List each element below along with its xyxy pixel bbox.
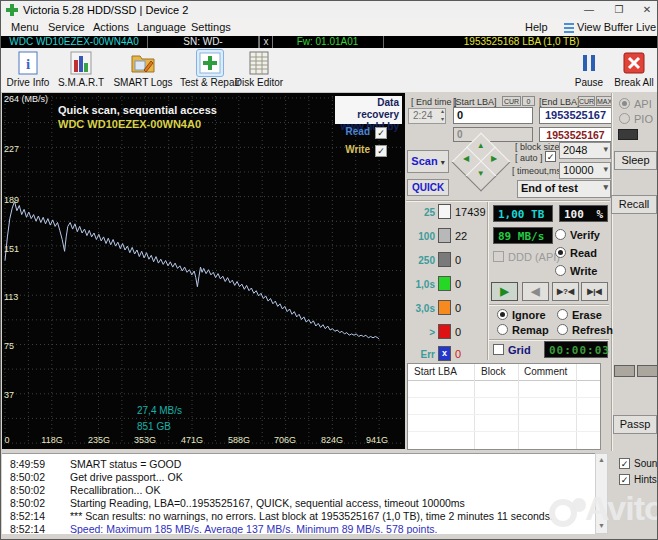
scroll-down-icon[interactable]: ▼ bbox=[598, 522, 606, 529]
seek-error-button[interactable]: ▶?◀ bbox=[552, 282, 579, 301]
spin-up-icon[interactable]: ▴ bbox=[441, 107, 444, 114]
block-size-dropdown[interactable]: 2048 ▾ bbox=[559, 142, 611, 159]
end-time-value: 2:24 bbox=[413, 110, 432, 121]
menu-item-language[interactable]: Language bbox=[137, 21, 186, 33]
end-action-dropdown[interactable]: End of test ▾ bbox=[517, 180, 611, 198]
remap-radio[interactable] bbox=[497, 324, 508, 335]
end-action-value: End of test bbox=[521, 182, 578, 194]
menu-item-view-buffer-live[interactable]: View Buffer Live bbox=[577, 21, 656, 33]
start-lba-label: [Start LBA] bbox=[453, 97, 497, 107]
sound-checkbox[interactable]: ✓ bbox=[619, 458, 630, 469]
counter-block-gt bbox=[438, 324, 451, 339]
table-header-comment[interactable]: Comment bbox=[524, 366, 567, 377]
break-all-button[interactable]: Break All bbox=[611, 50, 657, 90]
maximize-button[interactable]: ❐ bbox=[607, 2, 631, 18]
y-axis-label: 151 bbox=[4, 244, 19, 254]
minimize-button[interactable]: — bbox=[577, 2, 601, 18]
end-time-spinner[interactable]: 2:24 ▴ ▾ bbox=[408, 108, 446, 124]
x-axis-label: 353G bbox=[128, 435, 162, 445]
drive-info-button[interactable]: i Drive Info bbox=[5, 50, 51, 90]
chevron-down-icon: ▾ bbox=[603, 144, 608, 154]
mini-button-right[interactable] bbox=[637, 365, 658, 377]
break-all-icon bbox=[621, 50, 647, 76]
menu-item-settings[interactable]: Settings bbox=[191, 21, 231, 33]
chevron-down-icon: ▾ bbox=[603, 182, 608, 192]
panel-divider bbox=[611, 93, 612, 451]
quick-button[interactable]: QUICK bbox=[407, 179, 449, 196]
scroll-up-icon[interactable]: ▲ bbox=[598, 456, 606, 463]
close-button[interactable]: ✕ bbox=[635, 2, 658, 18]
menu-item-menu[interactable]: Menu bbox=[11, 21, 39, 33]
table-header-start-lba[interactable]: Start LBA bbox=[414, 366, 457, 377]
read-checkbox[interactable]: ✓ bbox=[375, 127, 387, 139]
menu-item-help[interactable]: Help bbox=[525, 21, 548, 33]
y-axis-label: 189 bbox=[4, 195, 19, 205]
badge-line1: Data recovery bbox=[335, 97, 399, 121]
start-scan-button[interactable]: ▶ bbox=[491, 282, 518, 301]
pause-button[interactable]: Pause bbox=[569, 50, 609, 90]
erase-radio[interactable] bbox=[557, 309, 568, 320]
hints-checkbox[interactable]: ✓ bbox=[619, 474, 630, 485]
y-axis-label: 37 bbox=[4, 390, 14, 400]
end-lba-cur-button[interactable]: CUR bbox=[578, 96, 595, 106]
x-axis-label: 588G bbox=[222, 435, 256, 445]
seek-end-button[interactable]: ▶|◀ bbox=[581, 282, 608, 301]
scan-button[interactable]: Scan ▾ bbox=[407, 150, 449, 173]
start-lba-zero-button[interactable]: 0 bbox=[522, 96, 535, 106]
smart-chart-icon bbox=[68, 50, 94, 76]
recall-button[interactable]: Recall bbox=[611, 195, 657, 214]
smart-label: S.M.A.R.T bbox=[53, 77, 109, 88]
ddd-checkbox[interactable] bbox=[493, 251, 504, 262]
log-time: 8:52:14 bbox=[10, 510, 45, 522]
x-axis-label: 706G bbox=[268, 435, 302, 445]
grid-checkbox[interactable] bbox=[493, 344, 504, 355]
erase-label: Erase bbox=[572, 309, 602, 321]
read-radio[interactable] bbox=[555, 247, 566, 258]
end-lba-max-button[interactable]: MAX bbox=[596, 96, 612, 106]
smart-button[interactable]: S.M.A.R.T bbox=[53, 50, 109, 90]
sleep-button[interactable]: Sleep bbox=[614, 151, 657, 170]
mini-button-left[interactable] bbox=[614, 365, 635, 377]
write-checkbox[interactable]: ✓ bbox=[375, 145, 387, 157]
log-time: 8:50:02 bbox=[10, 484, 45, 496]
status-led bbox=[618, 129, 638, 140]
y-axis-label: 113 bbox=[4, 292, 18, 302]
remap-label: Remap bbox=[512, 324, 549, 336]
table-header-divider bbox=[408, 380, 600, 381]
elapsed-timer-lcd: 00:00:03 bbox=[544, 341, 608, 358]
menu-item-service[interactable]: Service bbox=[48, 21, 85, 33]
refresh-radio[interactable] bbox=[557, 324, 568, 335]
spin-down-icon[interactable]: ▾ bbox=[441, 115, 444, 122]
log-time: 8:50:02 bbox=[10, 497, 45, 509]
passport-button[interactable]: Passp bbox=[613, 415, 657, 434]
log-row: Get drive passport... OK bbox=[70, 471, 183, 483]
counter-label-1s: 1,0s bbox=[405, 279, 435, 290]
write-radio[interactable] bbox=[555, 265, 566, 276]
smart-logs-button[interactable]: SMART Logs bbox=[111, 50, 175, 90]
smart-logs-folder-icon bbox=[130, 50, 156, 76]
disk-editor-button[interactable]: Disk Editor bbox=[229, 50, 289, 90]
bottom-strip bbox=[1, 534, 658, 540]
auto-label: [ auto ] bbox=[515, 153, 543, 163]
table-column-divider bbox=[474, 364, 475, 449]
verify-radio[interactable] bbox=[555, 229, 566, 240]
api-radio[interactable] bbox=[619, 98, 630, 109]
log-scrollbar[interactable]: ▲ ▼ bbox=[595, 453, 608, 534]
counter-block-25 bbox=[438, 204, 451, 219]
timeout-label: [ timeout,ms ] bbox=[512, 166, 566, 176]
table-row-line bbox=[408, 414, 600, 415]
pio-radio[interactable] bbox=[619, 113, 630, 124]
device-tab-close[interactable]: x bbox=[259, 36, 273, 48]
start-lba-input[interactable]: 0 bbox=[453, 107, 533, 124]
section-divider bbox=[406, 200, 610, 201]
end-lba-input[interactable]: 1953525167 bbox=[539, 107, 612, 124]
step-back-button[interactable]: ◀ bbox=[522, 282, 549, 301]
menu-item-actions[interactable]: Actions bbox=[93, 21, 129, 33]
ignore-radio[interactable] bbox=[497, 309, 508, 320]
start-lba-cur-button[interactable]: CUR bbox=[502, 96, 521, 106]
table-header-block[interactable]: Block bbox=[481, 366, 505, 377]
timeout-dropdown[interactable]: 10000 ▾ bbox=[559, 162, 611, 179]
head-position-control: ▲ ◀ ▶ ▼ bbox=[454, 135, 508, 191]
counter-label-gt: > bbox=[405, 327, 435, 338]
auto-checkbox[interactable]: ✓ bbox=[545, 151, 556, 162]
